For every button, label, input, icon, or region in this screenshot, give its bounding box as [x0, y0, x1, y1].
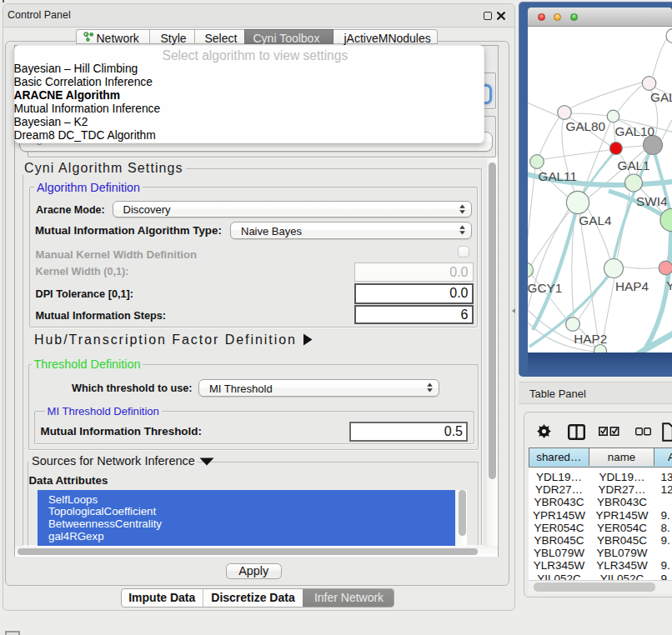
svg-text:GAL11: GAL11 — [539, 168, 578, 182]
svg-text:GAL1: GAL1 — [618, 158, 650, 172]
svg-text:GAL7: GAL7 — [650, 90, 672, 104]
svg-text:Y: Y — [666, 278, 672, 292]
svg-text:HAP4: HAP4 — [615, 278, 649, 292]
svg-text:GAL10: GAL10 — [615, 123, 655, 138]
svg-text:GAL80: GAL80 — [566, 119, 606, 133]
svg-text:GCY1: GCY1 — [528, 281, 562, 295]
svg-text:SWI4: SWI4 — [636, 194, 668, 208]
svg-text:HAP2: HAP2 — [574, 331, 607, 345]
svg-text:GAL4: GAL4 — [579, 212, 612, 227]
